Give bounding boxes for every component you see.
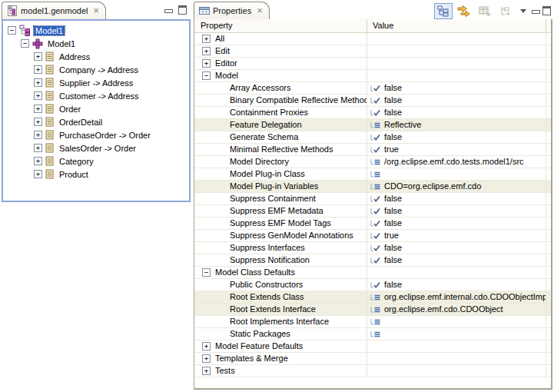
tree-item[interactable]: + Product (3, 168, 189, 181)
property-row[interactable]: Suppress GenModel Annotations true (194, 230, 551, 242)
tree-item-label: Order (58, 105, 82, 114)
column-header-property[interactable]: Property (194, 19, 367, 32)
tree-item[interactable]: + Order (3, 102, 189, 115)
property-row[interactable]: Binary Compatible Reflective Methods fal… (194, 95, 551, 107)
property-row[interactable]: Suppress EMF Model Tags false (194, 218, 551, 230)
expand-icon[interactable]: + (34, 170, 42, 178)
header-sliver (546, 19, 551, 32)
tree-item-package[interactable]: − Model1 (3, 37, 189, 50)
property-row[interactable]: Suppress Containment false (194, 193, 551, 205)
property-row[interactable]: Root Implements Interface (194, 316, 551, 328)
expand-icon[interactable]: + (202, 35, 211, 43)
expand-icon[interactable]: + (34, 131, 42, 139)
tree-item[interactable]: + Category (3, 154, 189, 168)
editor-tab-title: model1.genmodel (21, 6, 88, 15)
category-label: Editor (215, 58, 237, 69)
property-row[interactable]: Static Packages (194, 328, 551, 341)
pin-property-view-button[interactable] (496, 3, 515, 19)
expand-icon[interactable]: + (202, 354, 211, 363)
minimize-icon[interactable] (532, 10, 540, 14)
row-sliver (546, 365, 551, 377)
property-category-row[interactable]: + Templates & Merge (194, 353, 551, 365)
property-row[interactable]: Model Plug-in Class (194, 168, 551, 181)
tree-item[interactable]: + Company -> Address (3, 63, 189, 76)
tree-class-items: + Address + Company -> Address + Supplie (3, 50, 189, 181)
property-row[interactable]: Suppress Notification false (194, 254, 551, 267)
property-row[interactable]: Model Plug-in Variables CDO=org.eclipse.… (194, 181, 551, 193)
tree-item[interactable]: + OrderDetail (3, 115, 189, 128)
property-category-row[interactable]: + All (194, 33, 551, 45)
maximize-icon[interactable] (542, 6, 551, 15)
expand-icon[interactable]: + (34, 78, 42, 87)
expand-icon[interactable]: + (202, 367, 211, 375)
restore-default-value-button[interactable] (476, 3, 494, 19)
expand-icon[interactable]: + (34, 52, 42, 61)
property-category-row[interactable]: + Editor (194, 58, 551, 70)
property-row[interactable]: Suppress EMF Metadata false (194, 205, 551, 218)
property-value: false (384, 205, 402, 217)
tree-item[interactable]: + PurchaseOrder -> Order (3, 128, 189, 141)
expand-icon[interactable]: − (202, 71, 211, 80)
property-row[interactable]: Array Accessors false (194, 82, 551, 95)
property-value: Reflective (384, 119, 421, 131)
show-categories-button[interactable] (434, 3, 453, 19)
editor-tab[interactable]: model1.genmodel ✕ (2, 2, 106, 19)
column-header-value[interactable]: Value (367, 19, 546, 32)
expand-icon[interactable]: + (202, 342, 211, 350)
property-row[interactable]: Minimal Reflective Methods true (194, 144, 551, 156)
property-row[interactable]: Model Directory /org.eclipse.emf.cdo.tes… (194, 156, 551, 168)
expand-icon[interactable]: + (34, 91, 42, 100)
minimize-icon[interactable] (164, 9, 173, 13)
expand-icon[interactable]: − (21, 39, 29, 48)
row-sliver (546, 82, 551, 94)
row-sliver (546, 304, 551, 315)
property-row[interactable]: Containment Proxies false (194, 107, 551, 119)
expand-icon[interactable]: − (8, 26, 16, 35)
value-icon (370, 97, 381, 105)
properties-table: Property Value + All + Edit + Editor − M (194, 19, 552, 390)
property-label: Containment Proxies (230, 107, 308, 118)
expand-icon[interactable]: + (34, 144, 42, 152)
property-category-row[interactable]: − Model (194, 70, 551, 82)
show-advanced-properties-button[interactable] (455, 3, 473, 19)
properties-tab[interactable]: Properties ✕ (194, 2, 270, 19)
tree-item[interactable]: + Supplier -> Address (3, 76, 189, 89)
expand-icon[interactable]: + (202, 59, 211, 68)
expand-icon[interactable]: + (34, 105, 42, 113)
tree-item[interactable]: + Address (3, 50, 189, 63)
property-category-row[interactable]: + Tests (194, 365, 551, 377)
row-sliver (546, 181, 551, 192)
property-label: Static Packages (230, 328, 290, 340)
tree-item-root[interactable]: − Model1 (3, 24, 189, 37)
view-menu-icon[interactable] (517, 3, 529, 19)
class-icon (45, 104, 55, 115)
genmodel-root-icon (19, 25, 31, 36)
expand-icon[interactable]: + (202, 47, 211, 55)
property-value: org.eclipse.emf.internal.cdo.CDOObjectIm… (384, 291, 546, 303)
expand-icon[interactable]: − (202, 268, 211, 277)
tree-item-label: Company -> Address (58, 65, 140, 75)
property-row[interactable]: Root Extends Interface org.eclipse.emf.c… (194, 304, 551, 316)
property-row[interactable]: Public Constructors false (194, 279, 551, 291)
tree-item[interactable]: + Customer -> Address (3, 89, 189, 102)
property-category-row[interactable]: + Edit (194, 45, 551, 58)
property-row[interactable]: Feature Delegation Reflective (194, 119, 551, 131)
value-icon (370, 331, 381, 338)
package-icon (32, 38, 43, 49)
empty-row (194, 377, 551, 390)
property-category-row[interactable]: − Model Class Defaults (194, 267, 551, 279)
property-row[interactable]: Suppress Interfaces false (194, 242, 551, 254)
maximize-icon[interactable] (178, 5, 187, 15)
close-icon[interactable]: ✕ (93, 8, 99, 15)
property-category-row[interactable]: + Model Feature Defaults (194, 341, 551, 353)
close-icon[interactable]: ✕ (257, 8, 263, 15)
property-row[interactable]: Generate Schema false (194, 131, 551, 144)
expand-icon[interactable]: + (34, 118, 42, 126)
property-row[interactable]: Root Extends Class org.eclipse.emf.inter… (194, 291, 551, 304)
tree-item[interactable]: + SalesOrder -> Order (3, 141, 189, 154)
expand-icon[interactable]: + (34, 157, 42, 165)
property-label: Suppress Notification (230, 254, 310, 266)
expand-icon[interactable]: + (34, 65, 42, 74)
property-label: Root Extends Class (230, 291, 304, 303)
row-sliver (546, 156, 551, 168)
